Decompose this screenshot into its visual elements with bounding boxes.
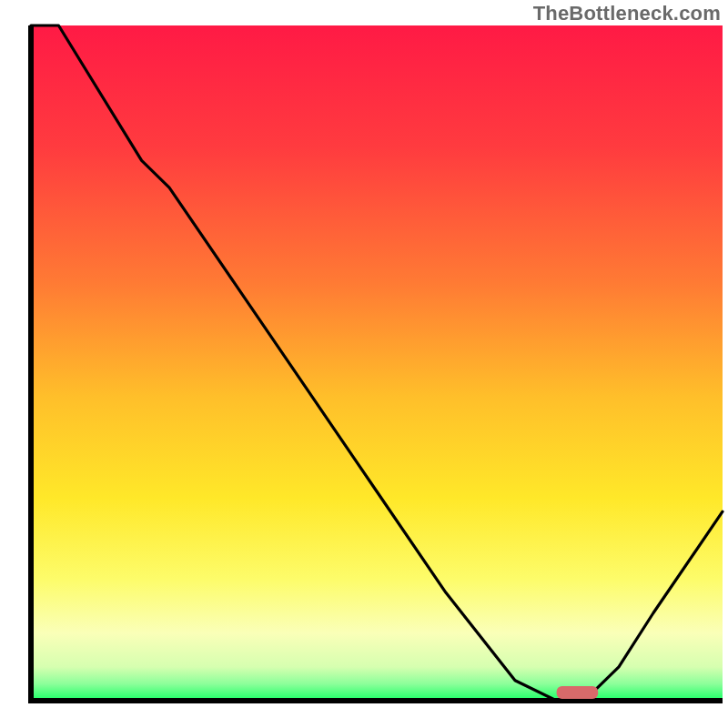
optimal-range-marker [557, 686, 599, 699]
chart-container: { "watermark": "TheBottleneck.com", "cha… [0, 0, 728, 728]
plot-background [31, 25, 723, 701]
watermark-text: TheBottleneck.com [533, 2, 721, 25]
bottleneck-chart [0, 0, 728, 728]
